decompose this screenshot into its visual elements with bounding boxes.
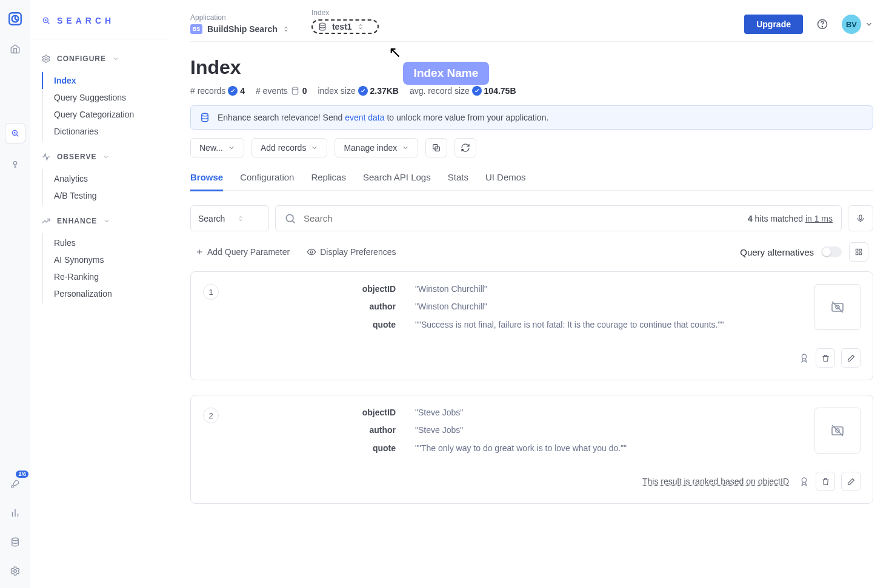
gear-icon (41, 54, 51, 64)
page-title: Index (190, 56, 873, 79)
nav-dictionaries[interactable]: Dictionaries (42, 123, 159, 140)
record-key: objectID (233, 408, 415, 418)
tabs: Browse Configuration Replicas Search API… (190, 168, 873, 191)
mic-icon (856, 214, 865, 223)
no-image-icon (814, 408, 861, 454)
edit-button[interactable] (841, 348, 861, 368)
edit-icon (847, 477, 856, 486)
svg-rect-22 (856, 253, 858, 255)
manage-index-button[interactable]: Manage index (335, 138, 418, 157)
avatar: BV (842, 15, 861, 34)
query-alternatives-label: Query alternatives (740, 247, 814, 257)
tab-ui-demos[interactable]: UI Demos (485, 168, 526, 190)
voice-button[interactable] (848, 205, 873, 231)
app-label: Application (190, 13, 290, 22)
tab-search-api-logs[interactable]: Search API Logs (363, 168, 431, 190)
nav-personalization[interactable]: Personalization (42, 285, 159, 302)
svg-point-8 (45, 19, 47, 21)
nav-ai-synonyms[interactable]: AI Synonyms (42, 251, 159, 268)
event-data-link[interactable]: event data (345, 113, 384, 122)
nav-query-categorization[interactable]: Query Categorization (42, 106, 159, 123)
tab-replicas[interactable]: Replicas (311, 168, 346, 190)
new-button[interactable]: New... (190, 138, 244, 157)
sidebar-title: SEARCH (41, 16, 159, 25)
tab-browse[interactable]: Browse (190, 168, 223, 191)
rail-analytics-icon[interactable] (5, 503, 25, 523)
sidebar: SEARCH CONFIGURE Index Query Suggestions… (30, 0, 170, 543)
record-key: quote (233, 320, 415, 330)
record-number: 1 (203, 284, 219, 300)
refresh-icon (461, 143, 470, 153)
app-chip: BS (190, 24, 202, 34)
trash-icon (821, 477, 830, 486)
svg-rect-18 (859, 215, 862, 219)
help-icon[interactable] (816, 18, 828, 30)
svg-point-4 (13, 162, 16, 165)
record-card: 1objectID"Winston Churchill"author"Winst… (190, 271, 873, 380)
record-value: "Steve Jobs" (415, 408, 800, 418)
svg-point-3 (14, 132, 16, 134)
add-query-param-button[interactable]: Add Query Parameter (195, 247, 290, 257)
rail-search-icon[interactable] (5, 124, 25, 143)
nav-analytics[interactable]: Analytics (42, 170, 159, 187)
section-configure[interactable]: CONFIGURE (41, 47, 159, 71)
toolbar: New... Add records Manage index (190, 138, 873, 157)
svg-rect-20 (856, 249, 858, 251)
chevron-updown-icon (357, 22, 364, 31)
topbar: Application BS BuildShip Search Index te… (190, 0, 873, 42)
nav-ab-testing[interactable]: A/B Testing (42, 187, 159, 204)
nav-rules[interactable]: Rules (42, 234, 159, 251)
target-icon (41, 16, 51, 25)
svg-point-17 (286, 214, 293, 222)
svg-point-19 (310, 251, 313, 253)
tab-configuration[interactable]: Configuration (240, 168, 294, 190)
svg-point-12 (822, 27, 822, 27)
svg-point-14 (202, 113, 208, 116)
refresh-button[interactable] (454, 138, 476, 157)
copy-button[interactable] (425, 138, 447, 157)
database-icon (318, 22, 327, 31)
database-icon (290, 86, 300, 96)
svg-rect-21 (859, 249, 862, 251)
tab-stats[interactable]: Stats (448, 168, 468, 190)
trash-icon (821, 354, 830, 363)
svg-point-5 (12, 538, 19, 541)
delete-button[interactable] (816, 348, 835, 368)
search-mode-select[interactable]: Search (190, 205, 269, 231)
eye-icon (307, 247, 316, 257)
query-alternatives-toggle[interactable] (821, 246, 842, 257)
index-selector[interactable]: test1 (311, 19, 379, 34)
account-menu[interactable]: BV (842, 15, 873, 34)
display-prefs-button[interactable]: Display Preferences (307, 247, 396, 257)
rail-home-icon[interactable] (5, 39, 25, 58)
search-box: 4 hits matched in 1 ms (275, 205, 842, 231)
search-input[interactable] (304, 206, 741, 231)
stats-row: # records 4 # events 0 index size 2.37KB… (190, 86, 873, 96)
trend-icon (41, 216, 51, 226)
rail-recommend-icon[interactable] (5, 155, 25, 174)
chevron-updown-icon (282, 25, 290, 33)
rail-data-icon[interactable] (5, 532, 25, 543)
add-records-button[interactable]: Add records (251, 138, 327, 157)
app-selector[interactable]: BS BuildShip Search (190, 24, 290, 34)
chevron-updown-icon (237, 214, 244, 223)
chevron-down-icon (228, 144, 235, 151)
ranking-icon[interactable] (799, 352, 810, 363)
section-observe[interactable]: OBSERVE (41, 145, 159, 169)
ranking-icon[interactable] (799, 476, 810, 487)
upgrade-button[interactable]: Upgrade (744, 15, 803, 34)
rail-rocket-icon[interactable]: 2/6 (5, 474, 25, 494)
algolia-logo-icon[interactable] (7, 11, 23, 27)
search-row: Search 4 hits matched in 1 ms (190, 205, 873, 231)
annotation-callout: Index Name (403, 62, 490, 85)
grid-view-button[interactable] (849, 242, 868, 262)
record-value: ""Success is not final, failure is not f… (415, 320, 800, 330)
nav-query-suggestions[interactable]: Query Suggestions (42, 89, 159, 106)
edit-button[interactable] (841, 472, 861, 491)
svg-point-26 (802, 354, 807, 359)
section-enhance[interactable]: ENHANCE (41, 209, 159, 233)
record-value: "Winston Churchill" (415, 284, 800, 294)
nav-index[interactable]: Index (42, 72, 159, 89)
delete-button[interactable] (816, 472, 835, 491)
nav-re-ranking[interactable]: Re-Ranking (42, 268, 159, 285)
